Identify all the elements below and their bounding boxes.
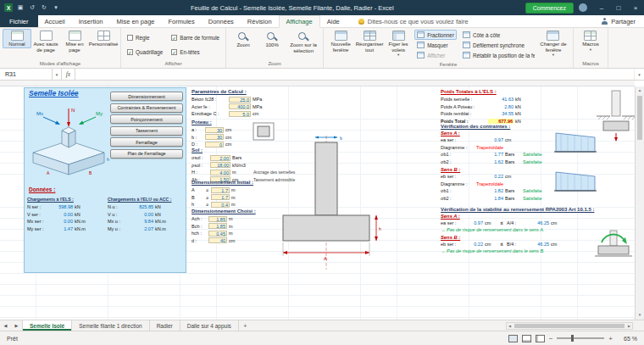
tassement-button[interactable]: Tassement	[110, 126, 183, 136]
input-cell[interactable]: 1.85	[208, 223, 227, 229]
input-cell[interactable]: 30	[205, 134, 224, 140]
sheet-nav-right-icon[interactable]: ▶	[11, 320, 22, 331]
page-layout-view-button[interactable]: Mise en page	[60, 29, 89, 53]
qat-dropdown-icon[interactable]: ▾	[52, 4, 60, 11]
user-avatar[interactable]	[579, 3, 587, 12]
plan-ferraillage-button[interactable]: Plan de Ferraillage	[110, 149, 183, 159]
close-button[interactable]: ×	[627, 0, 644, 15]
input-cell[interactable]: 0	[205, 142, 224, 147]
macros-button[interactable]: Macros ▾	[576, 29, 605, 53]
column-headers[interactable]	[0, 81, 635, 86]
page-break-view-shortcut[interactable]	[536, 335, 545, 342]
row-unit: kN	[514, 111, 525, 116]
tab-accueil[interactable]: Accueil	[38, 15, 72, 27]
switch-windows-button[interactable]: Changer de fenêtre ▾	[536, 29, 570, 58]
page-break-view-button[interactable]: Avec sauts de page	[31, 29, 60, 53]
sheet-tab-radier[interactable]: Radier	[150, 320, 180, 331]
view-side-by-side-button[interactable]: Côte à côte	[460, 30, 535, 40]
unhide-window-button[interactable]: Afficher	[414, 50, 457, 60]
result-cell[interactable]: 1.7	[211, 187, 230, 193]
sheet-nav-left-icon[interactable]: ◀	[0, 320, 11, 331]
insert-function-button[interactable]: fx	[62, 69, 75, 80]
poinconnement-button[interactable]: Poinçonnement	[110, 114, 183, 124]
row-label: ea ser :	[441, 137, 471, 142]
checkbox-regle[interactable]: Règle	[127, 32, 163, 43]
sheet-tab-dalle[interactable]: Dalle sur 4 appuis	[180, 320, 239, 331]
split-button[interactable]: Fractionner	[414, 30, 457, 40]
sheet-tab-semelle-filante[interactable]: Semelle filante 1 direction	[72, 320, 149, 331]
formula-bar-expand-icon[interactable]: ▾	[634, 69, 644, 80]
contraintes-renversement-button[interactable]: Contraintes & Renversement	[110, 103, 183, 113]
result-cell[interactable]: 0.4	[211, 202, 230, 208]
input-cell[interactable]: 30	[205, 127, 224, 133]
input-cell[interactable]: 5.0	[229, 111, 251, 117]
restore-button[interactable]: □	[610, 0, 627, 15]
name-box[interactable]: R31	[0, 69, 53, 80]
input-cell[interactable]: 40	[208, 237, 227, 243]
row-value: Trapezoïdale	[471, 181, 503, 186]
commencez-button[interactable]: Commencez	[525, 3, 574, 14]
redo-icon[interactable]: ↻	[40, 4, 48, 11]
zoom-100-button[interactable]: 100%	[258, 29, 286, 49]
freeze-panes-button[interactable]: Figer les volets ▾	[384, 29, 413, 58]
vertical-scrollbar[interactable]: ▲ ▼	[635, 86, 644, 320]
scroll-right-icon[interactable]: ▶	[628, 324, 630, 328]
zoom-slider-thumb[interactable]	[571, 335, 574, 342]
tab-revision[interactable]: Révision	[241, 15, 279, 27]
hide-window-button[interactable]: Masquer	[414, 40, 457, 50]
tab-formules[interactable]: Formules	[162, 15, 202, 27]
arrange-all-button[interactable]: Réorganiser tout	[355, 29, 384, 53]
zoom-out-button[interactable]: −	[549, 335, 553, 342]
tab-donnees[interactable]: Données	[202, 15, 241, 27]
input-cell[interactable]: 2.00	[210, 155, 230, 161]
input-cell[interactable]: 4.00	[210, 170, 230, 175]
minimize-button[interactable]: –	[593, 0, 610, 15]
new-window-button[interactable]: Nouvelle fenêtre	[326, 29, 355, 53]
tell-me-search[interactable]: Dites-nous ce que vous voulez faire	[358, 15, 469, 27]
scroll-up-icon[interactable]: ▲	[636, 86, 644, 95]
new-sheet-button[interactable]: +	[239, 320, 252, 331]
horizontal-scrollbar-thumb[interactable]	[514, 324, 625, 328]
name-box-dropdown-icon[interactable]: ▾	[53, 69, 62, 80]
tab-mise-en-page[interactable]: Mise en page	[109, 15, 161, 27]
zoom-selection-button[interactable]: Zoom sur la sélection	[286, 29, 320, 54]
synchronous-scrolling-button[interactable]: Défilement synchrone	[460, 40, 535, 50]
checkbox-en-tetes[interactable]: ✓ En-têtes	[171, 47, 219, 58]
els-table: Chargements à l'ELS : N ser :598.98kN V …	[27, 197, 104, 232]
tab-fichier[interactable]: Fichier	[0, 15, 38, 27]
tab-affichage[interactable]: Affichage	[279, 15, 320, 28]
input-cell[interactable]: 18.00	[210, 162, 230, 168]
zoom-slider[interactable]	[557, 337, 604, 339]
custom-view-button[interactable]: Personnalisé	[89, 29, 118, 48]
zoom-button[interactable]: Zoom	[229, 29, 258, 49]
worksheet-grid[interactable]: Semelle Isolée Dimensionnement Contraint…	[0, 86, 644, 320]
scroll-down-icon[interactable]: ▼	[636, 311, 644, 320]
input-cell[interactable]: 1.85	[208, 216, 227, 222]
normal-view-button[interactable]: Normal	[3, 29, 31, 48]
scroll-left-icon[interactable]: ◀	[508, 324, 511, 328]
normal-view-shortcut[interactable]	[508, 335, 518, 342]
result-cell[interactable]: 1.7	[211, 194, 230, 200]
zoom-in-button[interactable]: +	[608, 335, 613, 342]
tab-aide[interactable]: Aide	[320, 15, 347, 27]
save-icon[interactable]: ▣	[16, 4, 25, 11]
checkbox-barre-de-formule[interactable]: ✓ Barre de formule	[171, 32, 219, 43]
vertical-scrollbar-thumb[interactable]	[637, 96, 642, 140]
checkbox-quadrillage[interactable]: ✓ Quadrillage	[127, 47, 163, 58]
share-button[interactable]: Partager	[601, 15, 636, 27]
page-layout-view-shortcut[interactable]	[522, 335, 531, 342]
unhide-icon	[417, 52, 425, 58]
zoom-level-label[interactable]: 65 %	[617, 336, 637, 342]
input-cell[interactable]: 400.0	[229, 103, 251, 109]
horizontal-scrollbar[interactable]: ◀ ▶	[506, 322, 633, 330]
sheet-tab-semelle-isole[interactable]: Semelle Isolé	[22, 320, 72, 331]
table-row: Enrobage C :5.0cm	[192, 110, 293, 118]
undo-icon[interactable]: ↺	[28, 4, 36, 11]
ferraillage-button[interactable]: Ferraillage	[110, 137, 183, 147]
tab-insertion[interactable]: Insertion	[72, 15, 110, 27]
input-cell[interactable]: 0.45	[208, 231, 227, 236]
reset-window-position-button[interactable]: Rétablir la position de la fenêtre	[460, 50, 535, 60]
input-cell[interactable]: 25.0	[229, 97, 251, 103]
formula-input[interactable]	[75, 69, 634, 80]
dimensionnement-button[interactable]: Dimensionnement	[110, 92, 183, 101]
